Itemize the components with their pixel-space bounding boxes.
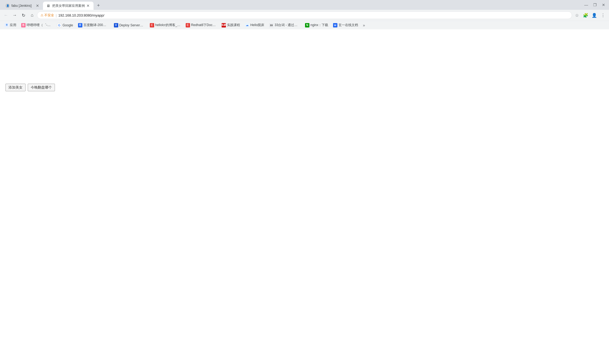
bookmark-redhat-docker[interactable]: C Redhat8下Docker... bbox=[184, 22, 219, 29]
bookmark-favicon-apps: ⠿ bbox=[4, 23, 9, 27]
star-button[interactable]: ☆ bbox=[573, 11, 581, 19]
tab-jenkins[interactable]: 👤 fabu [Jenkins] ✕ bbox=[2, 2, 43, 10]
tab-title-jenkins: fabu [Jenkins] bbox=[11, 4, 34, 8]
bookmark-label-bilibili: 哔哩哔哩（゜-゜)つ... bbox=[27, 23, 52, 27]
add-beauty-button[interactable]: 添加美女 bbox=[5, 84, 26, 91]
refresh-button[interactable]: ↻ bbox=[20, 11, 27, 19]
bookmark-label-baidu: 百度翻译-200种语... bbox=[83, 23, 109, 27]
bookmark-favicon-33: 33 bbox=[269, 23, 274, 27]
tabs-area: 👤 fabu [Jenkins] ✕ 🖼 把美女带回家应用案例 ✕ + bbox=[2, 0, 581, 10]
page-content: 添加美女 今晚翻盘哪个 bbox=[0, 29, 609, 364]
bookmark-favicon-hello: ☁ bbox=[245, 23, 249, 27]
address-bar-actions: ☆ 🧩 👤 ⋮ bbox=[573, 11, 607, 19]
bookmark-label-hello: Hello囹床 bbox=[250, 23, 264, 27]
bookmark-label-redhat: Redhat8下Docker... bbox=[191, 23, 217, 27]
bookmark-favicon-deploy: V bbox=[114, 23, 118, 27]
extensions-button[interactable]: 🧩 bbox=[582, 11, 589, 19]
bookmark-label-google: Google bbox=[63, 23, 73, 27]
address-bar[interactable]: ⚠ 不安全 | bbox=[37, 11, 572, 19]
bookmark-practice[interactable]: 实践 实践课程 bbox=[219, 22, 242, 29]
tonight-button[interactable]: 今晚翻盘哪个 bbox=[28, 84, 55, 91]
menu-button[interactable]: ⋮ bbox=[599, 11, 607, 19]
close-button[interactable]: ✕ bbox=[600, 2, 607, 8]
bookmark-google[interactable]: G Google bbox=[55, 22, 75, 29]
tab-title-myapp: 把美女带回家应用案例 bbox=[52, 4, 85, 8]
tab-favicon-myapp: 🖼 bbox=[46, 4, 51, 8]
bookmark-nginx[interactable]: N nginx：下载 bbox=[303, 22, 330, 29]
page-buttons: 添加美女 今晚翻盘哪个 bbox=[5, 84, 604, 91]
bookmark-33lines[interactable]: 33 33台词 - 通过台词... bbox=[267, 22, 302, 29]
address-bar-row: ← → ↻ ⌂ ⚠ 不安全 | ☆ 🧩 👤 ⋮ bbox=[0, 10, 609, 21]
forward-button[interactable]: → bbox=[11, 11, 18, 19]
separator: | bbox=[56, 13, 57, 17]
bookmark-label-xuanyi: 玄一在线文档 bbox=[338, 23, 358, 27]
tab-favicon-jenkins: 👤 bbox=[5, 4, 10, 8]
bookmark-label-nginx: nginx：下载 bbox=[310, 23, 328, 27]
bookmark-favicon-bilibili: B bbox=[21, 23, 26, 27]
warning-icon: ⚠ bbox=[41, 13, 44, 17]
back-button[interactable]: ← bbox=[2, 11, 10, 19]
bookmark-deploy-servers[interactable]: V Deploy Servers -... bbox=[112, 22, 147, 29]
bookmark-baidu-translate[interactable]: 百 百度翻译-200种语... bbox=[76, 22, 111, 29]
tab-close-myapp[interactable]: ✕ bbox=[86, 4, 90, 8]
bookmark-hello[interactable]: ☁ Hello囹床 bbox=[243, 22, 266, 29]
tab-myapp[interactable]: 🖼 把美女带回家应用案例 ✕ bbox=[43, 2, 94, 10]
security-label: 不安全 bbox=[44, 13, 54, 18]
bookmark-favicon-xuanyi: W bbox=[333, 23, 337, 27]
security-indicator[interactable]: ⚠ 不安全 bbox=[41, 13, 54, 18]
bookmark-label-33: 33台词 - 通过台词... bbox=[275, 23, 300, 27]
title-bar: 👤 fabu [Jenkins] ✕ 🖼 把美女带回家应用案例 ✕ + — ❐ … bbox=[0, 0, 609, 10]
bookmark-favicon-baidu: 百 bbox=[78, 23, 82, 27]
bookmark-label-apps: 应用 bbox=[10, 23, 16, 27]
bookmark-apps[interactable]: ⠿ 应用 bbox=[2, 22, 18, 29]
maximize-button[interactable]: ❐ bbox=[592, 2, 598, 8]
bookmarks-bar: ⠿ 应用 B 哔哩哔哩（゜-゜)つ... G Google 百 百度翻译-200… bbox=[0, 21, 609, 29]
bookmark-favicon-google: G bbox=[57, 23, 61, 27]
bookmark-favicon-hellolcr: C bbox=[150, 23, 154, 27]
home-button[interactable]: ⌂ bbox=[28, 11, 36, 19]
bookmark-favicon-redhat: C bbox=[186, 23, 190, 27]
bookmark-label-hellolcr: hellolcr的博客_在... bbox=[155, 23, 181, 27]
bookmark-label-practice: 实践课程 bbox=[227, 23, 240, 27]
bookmark-xuanyi[interactable]: W 玄一在线文档 bbox=[331, 22, 360, 29]
bookmark-hellolcr[interactable]: C hellolcr的博客_在... bbox=[148, 22, 183, 29]
bookmark-favicon-practice: 实践 bbox=[222, 23, 226, 27]
bookmark-bilibili[interactable]: B 哔哩哔哩（゜-゜)つ... bbox=[19, 22, 54, 29]
tab-close-jenkins[interactable]: ✕ bbox=[35, 4, 40, 8]
url-input[interactable] bbox=[58, 13, 568, 17]
minimize-button[interactable]: — bbox=[583, 2, 589, 8]
window-controls: — ❐ ✕ bbox=[583, 2, 607, 8]
bookmark-favicon-nginx: N bbox=[305, 23, 309, 27]
more-bookmarks-button[interactable]: » bbox=[361, 22, 367, 29]
bookmark-label-deploy: Deploy Servers -... bbox=[119, 23, 145, 27]
profile-button[interactable]: 👤 bbox=[591, 11, 598, 19]
browser-chrome: 👤 fabu [Jenkins] ✕ 🖼 把美女带回家应用案例 ✕ + — ❐ … bbox=[0, 0, 609, 29]
new-tab-button[interactable]: + bbox=[95, 2, 102, 9]
